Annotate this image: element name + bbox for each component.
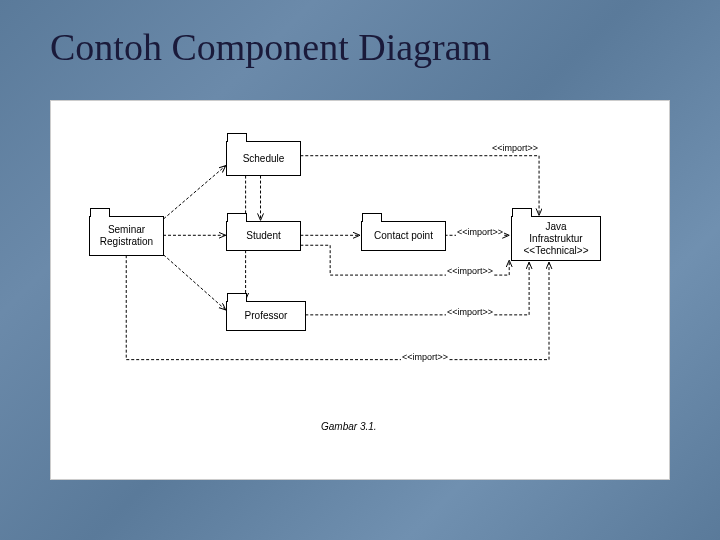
svg-line-0 xyxy=(156,166,226,226)
slide-title: Contoh Component Diagram xyxy=(50,25,491,69)
package-seminar-registration: Seminar Registration xyxy=(89,216,164,256)
package-tab-icon xyxy=(90,208,110,217)
package-label: Seminar Registration xyxy=(90,224,163,248)
package-tab-icon xyxy=(227,213,247,222)
package-student: Student xyxy=(226,221,301,251)
package-tab-icon xyxy=(362,213,382,222)
package-label: Professor xyxy=(245,310,288,322)
package-label-line1: Java xyxy=(545,221,566,233)
package-professor: Professor xyxy=(226,301,306,331)
diagram-canvas: Seminar Registration Schedule Student Pr… xyxy=(50,100,670,480)
package-label: Student xyxy=(246,230,280,242)
package-java-infrastruktur: Java Infrastruktur <<Technical>> xyxy=(511,216,601,261)
package-label: Schedule xyxy=(243,153,285,165)
edge-label-import: <<import>> xyxy=(491,143,539,153)
package-label: Contact point xyxy=(374,230,433,242)
edge-label-import: <<import>> xyxy=(446,307,494,317)
package-label-line3: <<Technical>> xyxy=(523,245,588,257)
edge-label-import: <<import>> xyxy=(401,352,449,362)
svg-line-2 xyxy=(156,248,226,310)
package-tab-icon xyxy=(512,208,532,217)
edge-label-import: <<import>> xyxy=(446,266,494,276)
package-tab-icon xyxy=(227,133,247,142)
package-contact-point: Contact point xyxy=(361,221,446,251)
edge-label-import: <<import>> xyxy=(456,227,504,237)
package-label-line2: Infrastruktur xyxy=(529,233,582,245)
package-tab-icon xyxy=(227,293,247,302)
package-schedule: Schedule xyxy=(226,141,301,176)
figure-caption: Gambar 3.1. xyxy=(321,421,377,432)
